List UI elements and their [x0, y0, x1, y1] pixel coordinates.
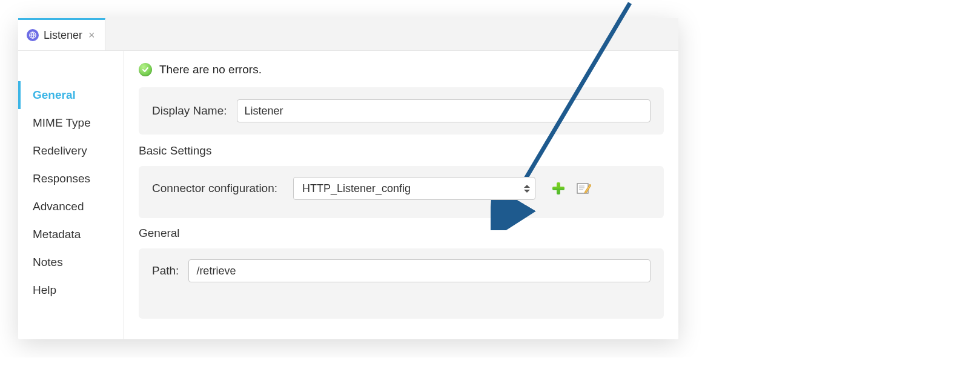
check-circle-icon	[139, 63, 152, 76]
display-name-panel: Display Name:	[139, 87, 664, 135]
sidebar-item-label: Notes	[33, 256, 63, 268]
path-input[interactable]	[188, 259, 651, 282]
tab-listener[interactable]: Listener ×	[18, 18, 105, 50]
basic-settings-title: Basic Settings	[139, 144, 664, 158]
sidebar-item-label: Responses	[33, 172, 90, 185]
listener-properties-window: Listener × General MIME Type Redelivery …	[18, 18, 678, 339]
display-name-input[interactable]	[237, 99, 651, 122]
sidebar-item-label: Advanced	[33, 200, 84, 213]
connector-config-label: Connector configuration:	[152, 182, 277, 195]
plus-icon	[552, 182, 565, 195]
sidebar-item-help[interactable]: Help	[18, 276, 124, 304]
tab-bar: Listener ×	[18, 18, 678, 51]
display-name-label: Display Name:	[152, 104, 227, 118]
connector-config-value: HTTP_Listener_config	[302, 182, 524, 195]
status-message: There are no errors.	[159, 63, 262, 76]
edit-config-button[interactable]	[577, 181, 591, 196]
main-panel: There are no errors. Display Name: Basic…	[124, 51, 678, 339]
connector-config-select[interactable]: HTTP_Listener_config	[293, 177, 535, 200]
sidebar-item-label: Metadata	[33, 228, 81, 241]
path-label: Path:	[152, 264, 179, 277]
status-row: There are no errors.	[139, 63, 664, 76]
sidebar-item-metadata[interactable]: Metadata	[18, 221, 124, 248]
sidebar-item-notes[interactable]: Notes	[18, 248, 124, 276]
sidebar-item-label: Redelivery	[33, 144, 87, 157]
basic-settings-fieldset: Basic Settings Connector configuration: …	[139, 144, 664, 218]
sidebar-item-responses[interactable]: Responses	[18, 165, 124, 193]
sidebar-item-label: MIME Type	[33, 116, 91, 129]
sidebar-item-mime-type[interactable]: MIME Type	[18, 109, 124, 137]
pencil-note-icon	[577, 182, 591, 195]
sidebar-item-label: Help	[33, 284, 56, 296]
sidebar: General MIME Type Redelivery Responses A…	[18, 51, 124, 339]
sidebar-item-label: General	[33, 88, 76, 101]
globe-icon	[27, 29, 39, 41]
tab-title: Listener	[44, 29, 82, 42]
sidebar-item-redelivery[interactable]: Redelivery	[18, 137, 124, 165]
add-config-button[interactable]	[551, 181, 566, 196]
sidebar-item-advanced[interactable]: Advanced	[18, 193, 124, 221]
general-title: General	[139, 227, 664, 240]
stepper-arrows-icon	[524, 185, 530, 193]
close-icon[interactable]: ×	[87, 29, 96, 42]
general-fieldset: General Path:	[139, 227, 664, 319]
sidebar-item-general[interactable]: General	[18, 81, 124, 109]
